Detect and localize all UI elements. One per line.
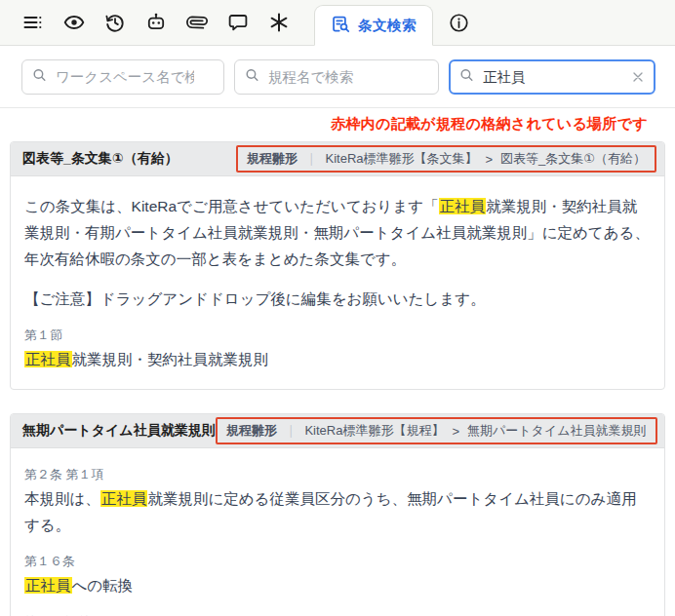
history-icon[interactable] bbox=[103, 11, 127, 34]
eye-icon[interactable] bbox=[62, 11, 86, 34]
article-text: 正社員への転換 bbox=[24, 573, 651, 599]
breadcrumb-parent: KiteRa標準雛形【条文集】 bbox=[325, 150, 477, 168]
result-card[interactable]: 図表等_条文集①（有給） 規程雛形 ｜ KiteRa標準雛形【条文集】 > 図表… bbox=[10, 141, 665, 390]
article-search-icon bbox=[331, 14, 351, 38]
info-icon[interactable] bbox=[447, 11, 470, 34]
regulation-search-input[interactable] bbox=[234, 59, 439, 95]
notice-text: 赤枠内の記載が規程の格納されている場所です bbox=[0, 108, 675, 141]
result-card[interactable]: 無期パートタイム社員就業規則 規程雛形 ｜ KiteRa標準雛形【規程】 > 無… bbox=[10, 413, 665, 616]
keyword-search-input[interactable] bbox=[449, 59, 655, 95]
result-title: 図表等_条文集①（有給） bbox=[22, 150, 179, 168]
result-card-body: この条文集は、KiteRaでご用意させていただいております「正社員就業規則・契約… bbox=[11, 176, 664, 389]
workspace-search-input[interactable] bbox=[21, 59, 224, 95]
article-label: 第１６条 bbox=[24, 553, 651, 570]
paperclip-icon[interactable] bbox=[185, 11, 209, 34]
robot-icon[interactable] bbox=[144, 11, 168, 34]
breadcrumb-root: 規程雛形 bbox=[247, 150, 298, 168]
breadcrumb: 規程雛形 ｜ KiteRa標準雛形【条文集】 > 図表等_条文集①（有給） bbox=[236, 145, 656, 173]
breadcrumb-leaf: 無期パートタイム社員就業規則 bbox=[467, 422, 647, 440]
article-text: 本規則は、正社員就業規則に定める従業員区分のうち、無期パートタイム社員にのみ適用… bbox=[24, 486, 651, 539]
result-title: 無期パートタイム社員就業規則 bbox=[22, 422, 216, 440]
clear-x-icon[interactable] bbox=[629, 68, 647, 86]
keyword-highlight: 正社員 bbox=[24, 577, 72, 594]
article-section: 第１６条 正社員への転換 bbox=[24, 553, 651, 599]
breadcrumb-separator: ｜ bbox=[305, 150, 318, 168]
breadcrumb-parent: KiteRa標準雛形【規程】 bbox=[304, 422, 444, 440]
article-section: この条文集は、KiteRaでご用意させていただいております「正社員就業規則・契約… bbox=[24, 194, 651, 273]
toolbar: 条文検索 bbox=[0, 0, 675, 46]
keyword-highlight: 正社員 bbox=[439, 198, 487, 214]
result-card-body: 第２条 第１項 本規則は、正社員就業規則に定める従業員区分のうち、無期パートタイ… bbox=[11, 448, 664, 616]
breadcrumb-arrow: > bbox=[452, 424, 459, 439]
article-text: この条文集は、KiteRaでご用意させていただいております「正社員就業規則・契約… bbox=[24, 194, 651, 273]
article-text: 【ご注意】ドラッグアンドドロップ後に編集をお願いいたします。 bbox=[24, 287, 651, 313]
article-text: 正社員就業規則・契約社員就業規則 bbox=[24, 347, 651, 373]
article-label: 第２条 第１項 bbox=[24, 466, 651, 483]
result-card-header: 図表等_条文集①（有給） 規程雛形 ｜ KiteRa標準雛形【条文集】 > 図表… bbox=[11, 142, 664, 176]
search-results: 図表等_条文集①（有給） 規程雛形 ｜ KiteRa標準雛形【条文集】 > 図表… bbox=[0, 141, 675, 616]
keyword-highlight: 正社員 bbox=[100, 490, 148, 507]
breadcrumb: 規程雛形 ｜ KiteRa標準雛形【規程】 > 無期パートタイム社員就業規則 bbox=[216, 417, 657, 444]
tab-article-search[interactable]: 条文検索 bbox=[314, 5, 433, 46]
app-window: 条文検索 bbox=[0, 0, 675, 616]
asterisk-icon[interactable] bbox=[267, 11, 291, 34]
comment-icon[interactable] bbox=[226, 11, 250, 34]
list-icon[interactable] bbox=[21, 11, 45, 34]
breadcrumb-leaf: 図表等_条文集①（有給） bbox=[500, 150, 646, 168]
breadcrumb-separator: ｜ bbox=[285, 422, 298, 440]
article-section: 【ご注意】ドラッグアンドドロップ後に編集をお願いいたします。 bbox=[24, 287, 651, 313]
keyword-highlight: 正社員 bbox=[24, 351, 72, 367]
breadcrumb-root: 規程雛形 bbox=[226, 422, 277, 440]
article-section: 第１節 正社員就業規則・契約社員就業規則 bbox=[24, 327, 651, 373]
result-card-header: 無期パートタイム社員就業規則 規程雛形 ｜ KiteRa標準雛形【規程】 > 無… bbox=[11, 414, 664, 448]
article-label: 第１節 bbox=[24, 327, 651, 344]
tab-article-search-label: 条文検索 bbox=[358, 17, 417, 35]
breadcrumb-arrow: > bbox=[486, 152, 494, 167]
search-row bbox=[0, 46, 675, 107]
article-section: 第２条 第１項 本規則は、正社員就業規則に定める従業員区分のうち、無期パートタイ… bbox=[24, 466, 651, 539]
